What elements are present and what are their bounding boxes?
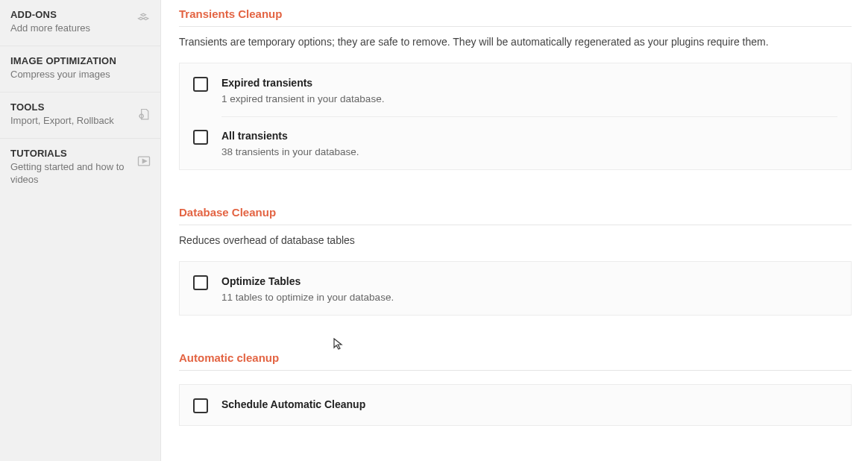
section-automatic: Automatic cleanup Schedule Automatic Cle…: [179, 351, 852, 426]
option-body: Schedule Automatic Cleanup: [221, 398, 837, 410]
cursor-icon: [333, 338, 345, 350]
section-desc: Transients are temporary options; they a…: [179, 36, 852, 48]
option-title: All transients: [221, 130, 837, 142]
sidebar-item-addons[interactable]: ADD-ONS Add more features: [0, 0, 160, 46]
sidebar-item-sub: Compress your images: [10, 69, 150, 81]
options-panel: Schedule Automatic Cleanup: [179, 384, 852, 426]
section-transients: Transients Cleanup Transients are tempor…: [179, 7, 852, 170]
checkbox-all-transients[interactable]: [193, 130, 208, 145]
section-title: Transients Cleanup: [179, 7, 852, 27]
option-row-schedule-cleanup: Schedule Automatic Cleanup: [180, 385, 851, 425]
sidebar-item-sub: Getting started and how to videos: [10, 161, 150, 186]
option-body: Optimize Tables 11 tables to optimize in…: [221, 275, 837, 303]
option-sub: 11 tables to optimize in your database.: [221, 292, 837, 303]
option-body: Expired transients 1 expired transient i…: [221, 77, 837, 104]
sidebar-item-sub: Import, Export, Rollback: [10, 115, 150, 128]
option-title: Expired transients: [221, 77, 837, 89]
option-title: Schedule Automatic Cleanup: [221, 398, 837, 410]
section-database: Database Cleanup Reduces overhead of dat…: [179, 206, 852, 316]
checkbox-expired-transients[interactable]: [193, 77, 208, 92]
boxes-icon: [136, 10, 151, 25]
sidebar: ADD-ONS Add more features IMAGE OPTIMIZA…: [0, 0, 161, 461]
play-icon: [136, 154, 151, 169]
options-panel: Expired transients 1 expired transient i…: [179, 63, 852, 170]
option-body: All transients 38 transients in your dat…: [221, 130, 837, 157]
checkbox-optimize-tables[interactable]: [193, 275, 208, 290]
sidebar-item-title: TUTORIALS: [10, 148, 150, 159]
sidebar-item-tutorials[interactable]: TUTORIALS Getting started and how to vid…: [0, 139, 160, 197]
sidebar-item-image-optimization[interactable]: IMAGE OPTIMIZATION Compress your images: [0, 46, 160, 92]
section-title: Automatic cleanup: [179, 351, 852, 371]
sidebar-item-title: TOOLS: [10, 101, 150, 113]
section-desc: Reduces overhead of database tables: [179, 234, 852, 246]
sidebar-item-title: IMAGE OPTIMIZATION: [10, 55, 150, 66]
sidebar-item-sub: Add more features: [10, 22, 150, 35]
file-gear-icon: [136, 107, 151, 122]
option-sub: 38 transients in your database.: [221, 146, 837, 157]
option-row-all-transients: All transients 38 transients in your dat…: [180, 116, 851, 169]
main-content: Transients Cleanup Transients are tempor…: [161, 0, 868, 461]
section-title: Database Cleanup: [179, 206, 852, 225]
checkbox-schedule-cleanup[interactable]: [193, 398, 208, 413]
options-panel: Optimize Tables 11 tables to optimize in…: [179, 261, 852, 316]
option-row-optimize-tables: Optimize Tables 11 tables to optimize in…: [180, 262, 851, 315]
option-sub: 1 expired transient in your database.: [221, 93, 837, 104]
sidebar-item-title: ADD-ONS: [10, 9, 150, 20]
option-title: Optimize Tables: [221, 275, 837, 287]
sidebar-item-tools[interactable]: TOOLS Import, Export, Rollback: [0, 92, 160, 139]
option-row-expired-transients: Expired transients 1 expired transient i…: [180, 63, 851, 116]
